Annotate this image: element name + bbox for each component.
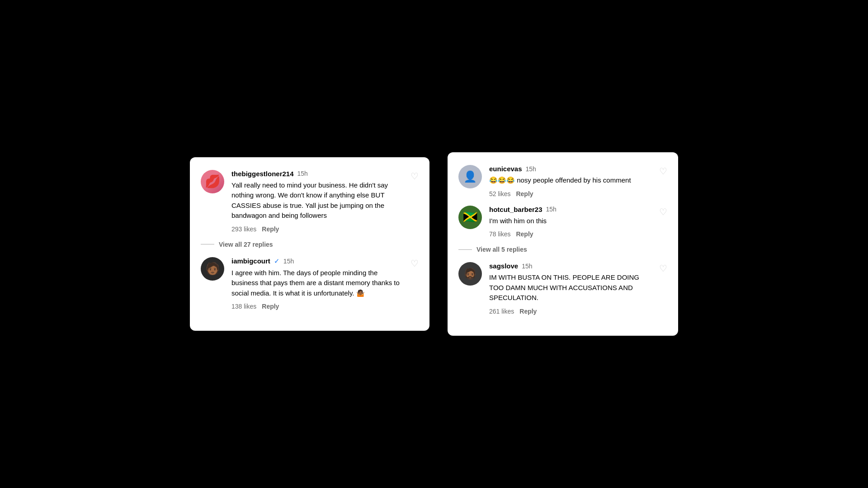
- comment-header-1: thebiggestloner214 15h: [231, 170, 403, 178]
- username-2: iambigcourt: [231, 257, 270, 265]
- reply-button-2[interactable]: Reply: [262, 303, 279, 310]
- heart-icon-4[interactable]: ♡: [659, 206, 667, 217]
- username-3: eunicevas: [489, 165, 522, 173]
- reply-button-1[interactable]: Reply: [262, 225, 279, 233]
- avatar-hotcut-barber: 🇯🇲: [458, 206, 482, 229]
- comment-actions-4: 78 likes Reply: [489, 230, 652, 238]
- avatar-iambigcourt: 🧑🏾: [201, 257, 224, 281]
- comment-content-5: sagslove 15h IM WITH BUSTA ON THIS. PEOP…: [489, 262, 652, 315]
- comment-block-4: 🇯🇲 hotcut_barber23 15h I'm with him on t…: [458, 206, 667, 238]
- view-replies-text-2: View all 5 replies: [476, 246, 527, 253]
- comment-content-2: iambigcourt ✓ 15h I agree with him. The …: [231, 257, 403, 310]
- comment-text-3: 😂😂😂 nosy people offended by his comment: [489, 175, 652, 186]
- avatar-eunicevas: 👤: [458, 165, 482, 188]
- username-5: sagslove: [489, 262, 518, 270]
- comment-block-3: 👤 eunicevas 15h 😂😂😂 nosy people offended…: [458, 165, 667, 197]
- username-4: hotcut_barber23: [489, 206, 542, 213]
- comment-header-3: eunicevas 15h: [489, 165, 652, 173]
- likes-4: 78 likes: [489, 230, 510, 238]
- avatar-thebiggestloner: 💋: [201, 170, 224, 193]
- right-comment-card: 👤 eunicevas 15h 😂😂😂 nosy people offended…: [448, 152, 678, 336]
- likes-3: 52 likes: [489, 190, 510, 197]
- comment-block-2: 🧑🏾 iambigcourt ✓ 15h I agree with him. T…: [201, 257, 419, 310]
- comment-content-3: eunicevas 15h 😂😂😂 nosy people offended b…: [489, 165, 652, 197]
- likes-2: 138 likes: [231, 303, 256, 310]
- comment-actions-5: 261 likes Reply: [489, 308, 652, 315]
- reply-button-5[interactable]: Reply: [519, 308, 537, 315]
- comment-content-4: hotcut_barber23 15h I'm with him on this…: [489, 206, 652, 238]
- reply-button-3[interactable]: Reply: [516, 190, 533, 197]
- comment-actions-1: 293 likes Reply: [231, 225, 403, 233]
- comment-text-5: IM WITH BUSTA ON THIS. PEOPLE ARE DOING …: [489, 272, 652, 303]
- timestamp-1: 15h: [297, 170, 308, 177]
- timestamp-2: 15h: [283, 258, 294, 265]
- view-replies-1[interactable]: View all 27 replies: [201, 241, 419, 248]
- comment-header-2: iambigcourt ✓ 15h: [231, 257, 403, 265]
- view-replies-text-1: View all 27 replies: [219, 241, 273, 248]
- avatar-sagslove: 🧔🏾: [458, 262, 482, 286]
- likes-5: 261 likes: [489, 308, 514, 315]
- comment-header-4: hotcut_barber23 15h: [489, 206, 652, 213]
- comment-text-1: Yall really need to mind your business. …: [231, 180, 403, 221]
- comment-text-2: I agree with him. The days of people min…: [231, 268, 403, 299]
- timestamp-4: 15h: [546, 206, 557, 213]
- comment-block-5: 🧔🏾 sagslove 15h IM WITH BUSTA ON THIS. P…: [458, 262, 667, 315]
- username-1: thebiggestloner214: [231, 170, 294, 178]
- comment-actions-2: 138 likes Reply: [231, 303, 403, 310]
- comment-header-5: sagslove 15h: [489, 262, 652, 270]
- view-replies-2[interactable]: View all 5 replies: [458, 246, 667, 253]
- comment-content-1: thebiggestloner214 15h Yall really need …: [231, 170, 403, 233]
- heart-icon-2[interactable]: ♡: [410, 258, 419, 269]
- heart-icon-3[interactable]: ♡: [659, 166, 667, 177]
- verified-badge-2: ✓: [274, 257, 280, 265]
- heart-icon-5[interactable]: ♡: [659, 263, 667, 274]
- timestamp-3: 15h: [526, 165, 536, 173]
- timestamp-5: 15h: [522, 263, 532, 270]
- comment-text-4: I'm with him on this: [489, 216, 652, 226]
- view-replies-line-1: [201, 244, 214, 244]
- reply-button-4[interactable]: Reply: [516, 230, 533, 238]
- comment-block-1: 💋 thebiggestloner214 15h Yall really nee…: [201, 170, 419, 233]
- heart-icon-1[interactable]: ♡: [410, 171, 419, 182]
- view-replies-line-2: [458, 249, 472, 250]
- left-comment-card: 💋 thebiggestloner214 15h Yall really nee…: [190, 157, 429, 331]
- comment-actions-3: 52 likes Reply: [489, 190, 652, 197]
- likes-1: 293 likes: [231, 225, 256, 233]
